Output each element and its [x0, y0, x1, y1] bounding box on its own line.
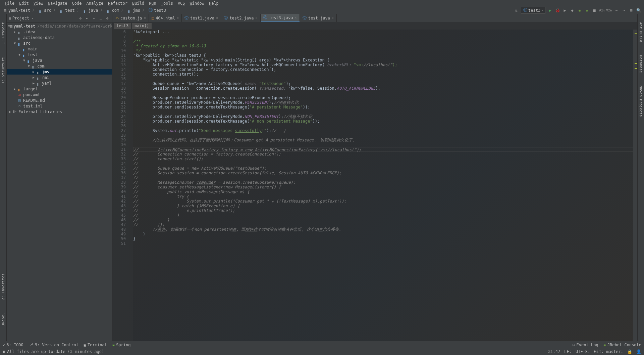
editor-tab[interactable]: JScustom.js× — [112, 14, 149, 22]
tree-node[interactable]: ▖main — [7, 46, 112, 52]
code-line[interactable]: // Session session = connection.createSe… — [133, 171, 633, 175]
tab-database[interactable]: Database — [638, 54, 644, 74]
tab-todo[interactable]: ✓6: TODO — [3, 343, 23, 347]
code-line[interactable]: producer.setDeliveryMode(DeliveryMode.NO… — [133, 114, 633, 119]
tab-jrebel[interactable]: JRebel — [0, 311, 6, 327]
status-icon[interactable]: ▣ — [3, 349, 5, 354]
stop-icon[interactable]: ■ — [592, 8, 597, 13]
menu-vcs[interactable]: VCS — [176, 0, 187, 6]
tab-jrebel-console[interactable]: ❋JRebel Console — [604, 343, 641, 347]
search-icon[interactable]: 🔍 — [636, 8, 641, 13]
cursor-position[interactable]: 31:47 — [548, 349, 560, 354]
code-line[interactable]: "kw">public "kw">class test3 { — [133, 53, 633, 58]
code-line[interactable]: ActiveMQConnectionFactory factory = "kw"… — [133, 62, 633, 67]
line-separator[interactable]: LF: — [564, 349, 572, 354]
editor-tab[interactable]: Ⓒtest1.java× — [182, 14, 221, 22]
editor-tab[interactable]: Ⓒtest.java× — [300, 14, 337, 22]
close-icon[interactable]: × — [295, 16, 297, 19]
code-line[interactable] — [133, 91, 633, 95]
breadcrumb-item[interactable]: ▖src — [38, 8, 51, 13]
hide-icon[interactable]: ⎵ — [98, 15, 103, 21]
close-icon[interactable]: × — [216, 16, 218, 20]
run-config-selector[interactable]: Ⓒ test3 ▾ — [521, 7, 545, 14]
code-line[interactable] — [133, 124, 633, 128]
tree-node[interactable]: ▖activemq-data — [7, 35, 112, 40]
tree-node[interactable]: mpom.xml — [7, 92, 112, 97]
code-line[interactable]: // } catch (JMSException e) { — [133, 204, 633, 208]
code-line[interactable]: Session session = connection.createSessi… — [133, 86, 633, 91]
tree-node[interactable]: ▶▖rmi — [7, 75, 112, 80]
code-line[interactable]: // } — [133, 213, 633, 218]
tree-node[interactable]: ▶▖.idea — [7, 29, 112, 35]
structure-icon[interactable]: ⊞ — [629, 8, 634, 13]
code-line[interactable]: } — [133, 232, 633, 236]
jrebel-debug-icon[interactable]: ❋ — [584, 8, 590, 13]
lock-icon[interactable]: 🔒 — [627, 349, 632, 354]
expand-icon[interactable]: ▶ — [32, 81, 36, 85]
tree-external-libs[interactable]: ▶ ⊪ External Libraries — [7, 109, 112, 115]
tab-project[interactable]: 1: Project — [0, 21, 6, 46]
code-line[interactable]: // Connection connection = factory.creat… — [133, 152, 633, 157]
code-line[interactable]: // System.out.println("Consumer get " + … — [133, 199, 633, 204]
editor-tab[interactable]: Ⓒtest3.java× — [261, 14, 300, 22]
close-icon[interactable]: × — [177, 16, 179, 20]
tree-node[interactable]: ▼▖com — [7, 63, 112, 69]
code-line[interactable]: Connection connection = factory.createCo… — [133, 67, 633, 72]
menu-navigate[interactable]: Navigate — [46, 0, 69, 6]
vcs-commit-icon[interactable]: VCS↑ — [606, 8, 612, 13]
code-line[interactable]: // e.printStackTrace(); — [133, 208, 633, 213]
crumb-class[interactable]: test3 — [114, 23, 131, 29]
collapse-all-icon[interactable]: ⇤ — [85, 15, 90, 21]
menu-help[interactable]: Help — [207, 0, 221, 6]
code-line[interactable]: */ — [133, 48, 633, 53]
history-icon[interactable]: ↶ — [614, 8, 619, 13]
tree-node[interactable]: ▶▖yaml — [7, 80, 112, 86]
breadcrumb-item[interactable]: ▤yaml-test — [3, 8, 30, 13]
code-line[interactable]: // MessageConsumer comsumer = session.cr… — [133, 180, 633, 185]
code-line[interactable]: //另外, 如果发送一个non persistent消息, 而刚好这个时候没有消… — [133, 227, 633, 232]
expand-icon[interactable]: ▶ — [32, 76, 36, 79]
code-line[interactable]: // try { — [133, 194, 633, 199]
tab-vcs[interactable]: ⎇9: Version Control — [29, 343, 78, 347]
tab-terminal[interactable]: ▣Terminal — [84, 343, 107, 347]
expand-icon[interactable]: ▼ — [13, 41, 17, 45]
code-line[interactable] — [133, 109, 633, 114]
code-line[interactable]: connection.start(); — [133, 72, 633, 77]
code-line[interactable]: // } — [133, 218, 633, 222]
close-icon[interactable]: × — [144, 16, 146, 20]
debug-icon[interactable]: 🐞 — [555, 8, 560, 13]
code-line[interactable]: "kw">public "kw">static "kw">void main(S… — [133, 58, 633, 62]
tree-node[interactable]: ▼▖src — [7, 40, 112, 46]
breadcrumb-item[interactable]: ▖test — [59, 8, 75, 13]
settings-icon[interactable]: ✦ — [91, 15, 97, 21]
tree-node[interactable]: ▫test.iml — [7, 103, 112, 109]
tree-node[interactable]: ▼▖test — [7, 52, 112, 57]
encoding[interactable]: UTF-8: — [576, 349, 590, 354]
expand-icon[interactable]: ▼ — [17, 53, 21, 56]
tab-ant[interactable]: Ant Build — [638, 21, 644, 44]
code-line[interactable] — [133, 133, 633, 138]
code-line[interactable]: // — [133, 161, 633, 166]
hector-icon[interactable]: 👤 — [636, 349, 641, 354]
expand-icon[interactable]: ▶ — [13, 87, 17, 91]
menu-build[interactable]: Build — [130, 0, 146, 6]
tree-node[interactable]: ▼▖java — [7, 57, 112, 63]
code-area[interactable]: 6789101112131415161718192021222324252627… — [112, 30, 637, 341]
menu-view[interactable]: View — [32, 0, 45, 6]
breadcrumb-item[interactable]: ▖com — [106, 8, 119, 13]
tab-structure[interactable]: 7: Structure — [0, 56, 6, 85]
tab-maven[interactable]: Maven Projects — [638, 84, 644, 118]
expand-icon[interactable]: ▶ — [32, 70, 36, 74]
coverage-icon[interactable]: ▶ — [562, 8, 568, 13]
code-line[interactable] — [133, 34, 633, 39]
code-line[interactable]: // Queue queue = new ActiveMQQueue("test… — [133, 166, 633, 171]
code-line[interactable]: * Created by simon on 16-6-13. — [133, 44, 633, 48]
code-line[interactable] — [133, 77, 633, 81]
code-line[interactable]: producer.send(session.createTextMessage(… — [133, 105, 633, 109]
menu-window[interactable]: Window — [188, 0, 206, 6]
breadcrumb-item[interactable]: Ⓒtest3 — [148, 8, 166, 13]
code-line[interactable]: producer.setDeliveryMode(DeliveryMode.PE… — [133, 100, 633, 105]
tree-root[interactable]: ▼ ▤ yaml-test /media/simon/data/software… — [7, 23, 112, 29]
profiler-icon[interactable]: ◆ — [570, 8, 575, 13]
code-line[interactable]: "kw">import ... — [133, 30, 633, 34]
